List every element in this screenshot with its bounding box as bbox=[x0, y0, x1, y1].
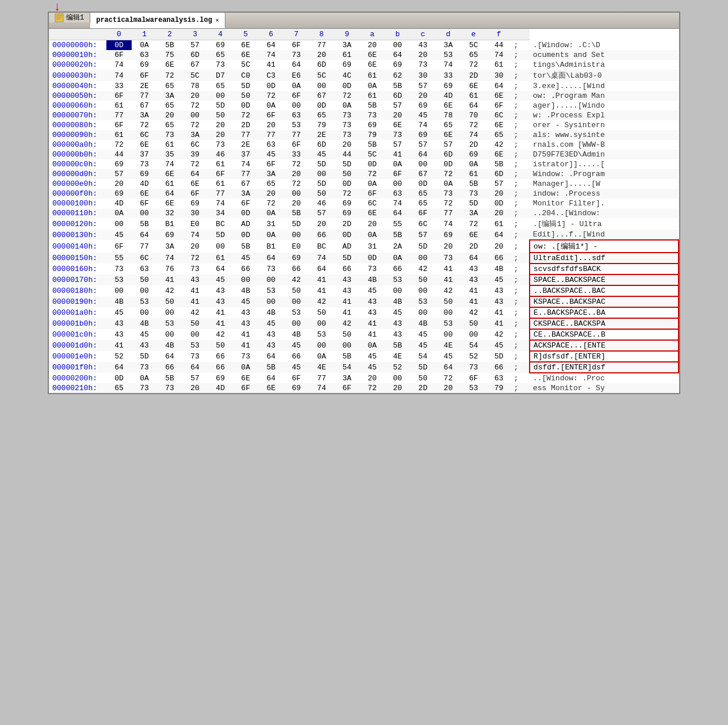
hex-cell[interactable]: 6D bbox=[486, 169, 511, 179]
hex-cell[interactable]: 4B bbox=[385, 296, 410, 307]
hex-cell[interactable]: 41 bbox=[258, 60, 283, 70]
hex-cell[interactable]: 5D bbox=[486, 351, 511, 362]
hex-cell[interactable]: 50 bbox=[182, 318, 208, 329]
hex-cell[interactable]: 73 bbox=[334, 110, 359, 120]
hex-cell[interactable]: 65 bbox=[258, 179, 283, 189]
hex-cell[interactable]: 6E bbox=[435, 130, 461, 140]
hex-cell[interactable]: 00 bbox=[283, 189, 309, 199]
hex-cell[interactable]: 00 bbox=[334, 340, 359, 351]
hex-cell[interactable]: 57 bbox=[435, 140, 461, 150]
hex-cell[interactable]: 72 bbox=[106, 140, 132, 150]
hex-cell[interactable]: 00 bbox=[258, 274, 283, 285]
hex-cell[interactable]: 00 bbox=[410, 285, 435, 296]
hex-cell[interactable]: 45 bbox=[283, 362, 309, 373]
hex-cell[interactable]: 67 bbox=[132, 101, 157, 110]
hex-cell[interactable]: 6F bbox=[283, 40, 309, 51]
hex-cell[interactable]: 3A bbox=[233, 189, 258, 199]
hex-cell[interactable]: 61 bbox=[208, 179, 233, 189]
hex-cell[interactable]: 64 bbox=[410, 150, 435, 159]
hex-cell[interactable]: 61 bbox=[106, 130, 132, 140]
hex-cell[interactable]: 77 bbox=[106, 110, 132, 120]
hex-cell[interactable]: 45 bbox=[410, 340, 435, 351]
hex-cell[interactable]: 45 bbox=[233, 296, 258, 307]
hex-cell[interactable]: 69 bbox=[182, 199, 208, 208]
hex-cell[interactable]: 5B bbox=[283, 208, 309, 218]
hex-cell[interactable]: 53 bbox=[258, 285, 283, 296]
hex-cell[interactable]: 6F bbox=[106, 240, 132, 253]
hex-cell[interactable]: 45 bbox=[309, 150, 334, 159]
hex-cell[interactable]: 4D bbox=[132, 179, 157, 189]
hex-cell[interactable]: 5C bbox=[309, 70, 334, 81]
hex-cell[interactable]: 4B bbox=[283, 329, 309, 340]
hex-cell[interactable]: 20 bbox=[359, 40, 385, 51]
hex-cell[interactable]: 54 bbox=[410, 351, 435, 362]
hex-cell[interactable]: E6 bbox=[283, 70, 309, 81]
hex-cell[interactable]: E0 bbox=[182, 218, 208, 230]
hex-cell[interactable]: 57 bbox=[410, 81, 435, 91]
hex-cell[interactable]: 4B bbox=[359, 274, 385, 285]
hex-cell[interactable]: 20 bbox=[435, 240, 461, 253]
hex-cell[interactable]: 20 bbox=[309, 50, 334, 60]
hex-cell[interactable]: 00 bbox=[233, 274, 258, 285]
hex-cell[interactable]: 37 bbox=[233, 150, 258, 159]
hex-cell[interactable]: 45 bbox=[132, 329, 157, 340]
hex-cell[interactable]: 73 bbox=[334, 130, 359, 140]
hex-cell[interactable]: 20 bbox=[258, 189, 283, 199]
hex-cell[interactable]: 43 bbox=[359, 307, 385, 318]
hex-cell[interactable]: 20 bbox=[385, 383, 410, 393]
hex-cell[interactable]: 69 bbox=[359, 120, 385, 130]
hex-cell[interactable]: 41 bbox=[182, 296, 208, 307]
hex-cell[interactable]: 6F bbox=[486, 101, 511, 110]
hex-cell[interactable]: 0A bbox=[132, 373, 157, 383]
hex-cell[interactable]: 6F bbox=[283, 373, 309, 383]
hex-cell[interactable]: 6E bbox=[486, 91, 511, 101]
hex-cell[interactable]: 00 bbox=[309, 318, 334, 329]
hex-cell[interactable]: 3A bbox=[157, 91, 182, 101]
hex-cell[interactable]: 4B bbox=[132, 318, 157, 329]
hex-cell[interactable]: 73 bbox=[359, 264, 385, 274]
hex-cell[interactable]: 6C bbox=[410, 218, 435, 230]
hex-cell[interactable]: C0 bbox=[233, 70, 258, 81]
hex-cell[interactable]: 4B bbox=[486, 264, 511, 274]
hex-cell[interactable]: 70 bbox=[461, 110, 486, 120]
hex-cell[interactable]: 43 bbox=[486, 296, 511, 307]
hex-cell[interactable]: 20 bbox=[334, 140, 359, 150]
hex-cell[interactable]: 65 bbox=[208, 50, 233, 60]
hex-cell[interactable]: 6F bbox=[233, 199, 258, 208]
hex-cell[interactable]: 0D bbox=[410, 179, 435, 189]
hex-cell[interactable]: 5D bbox=[334, 253, 359, 264]
hex-cell[interactable]: 4C bbox=[334, 70, 359, 81]
hex-cell[interactable]: 41 bbox=[435, 264, 461, 274]
hex-cell[interactable]: 5C bbox=[461, 40, 486, 51]
hex-cell[interactable]: 44 bbox=[334, 150, 359, 159]
hex-cell[interactable]: 77 bbox=[309, 40, 334, 51]
hex-cell[interactable]: 63 bbox=[486, 373, 511, 383]
hex-cell[interactable]: 42 bbox=[157, 285, 182, 296]
hex-cell[interactable]: 5D bbox=[461, 199, 486, 208]
hex-cell[interactable]: 67 bbox=[309, 91, 334, 101]
hex-cell[interactable]: 73 bbox=[385, 130, 410, 140]
hex-cell[interactable]: 20 bbox=[486, 189, 511, 199]
hex-cell[interactable]: 73 bbox=[182, 351, 208, 362]
hex-cell[interactable]: 73 bbox=[132, 159, 157, 169]
hex-cell[interactable]: 65 bbox=[486, 130, 511, 140]
hex-cell[interactable]: 5D bbox=[309, 179, 334, 189]
hex-cell[interactable]: 45 bbox=[208, 274, 233, 285]
hex-cell[interactable]: 42 bbox=[309, 296, 334, 307]
hex-cell[interactable]: 6D bbox=[385, 91, 410, 101]
hex-cell[interactable]: 6E bbox=[182, 179, 208, 189]
hex-cell[interactable]: 64 bbox=[461, 101, 486, 110]
hex-cell[interactable]: 20 bbox=[208, 130, 233, 140]
hex-cell[interactable]: 43 bbox=[233, 318, 258, 329]
hex-cell[interactable]: 78 bbox=[435, 110, 461, 120]
hex-cell[interactable]: 72 bbox=[359, 383, 385, 393]
hex-cell[interactable]: 0D bbox=[334, 230, 359, 240]
hex-cell[interactable]: 73 bbox=[283, 50, 309, 60]
hex-cell[interactable]: 74 bbox=[106, 60, 132, 70]
hex-cell[interactable]: 0D bbox=[233, 230, 258, 240]
hex-cell[interactable]: 69 bbox=[157, 230, 182, 240]
hex-cell[interactable]: 0A bbox=[385, 253, 410, 264]
hex-cell[interactable]: 4D bbox=[435, 91, 461, 101]
hex-cell[interactable]: 61 bbox=[461, 169, 486, 179]
hex-cell[interactable]: 50 bbox=[132, 274, 157, 285]
